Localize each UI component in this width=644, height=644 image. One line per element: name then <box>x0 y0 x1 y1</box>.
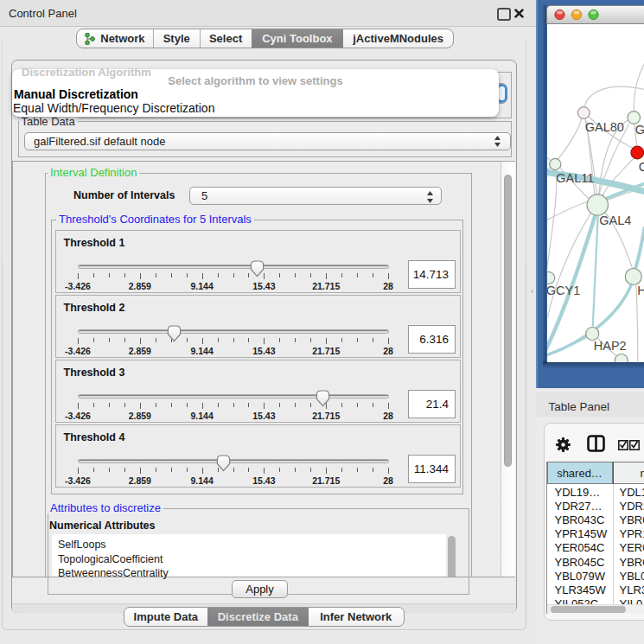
svg-text:HAP2: HAP2 <box>593 339 626 353</box>
svg-text:GCY1: GCY1 <box>547 283 580 296</box>
svg-text:GAL80: GAL80 <box>584 119 623 133</box>
svg-text:H: H <box>637 283 644 296</box>
svg-text:GAL11: GAL11 <box>556 171 594 185</box>
svg-text:GAL4: GAL4 <box>599 214 631 227</box>
svg-text:CA: CA <box>638 159 644 173</box>
svg-text:GA: GA <box>634 122 644 136</box>
